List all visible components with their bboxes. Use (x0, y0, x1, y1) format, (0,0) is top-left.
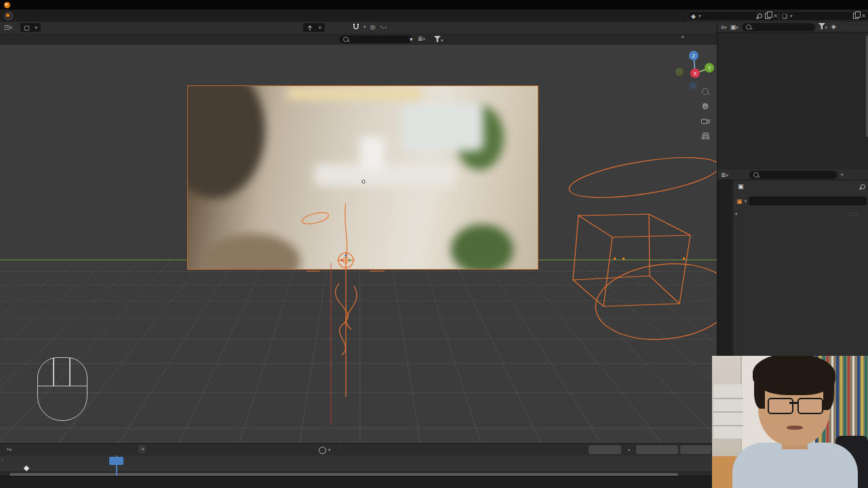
search-icon (753, 172, 759, 178)
webcam-person-mouth (787, 426, 803, 430)
options-dropdown[interactable]: ▾ (679, 35, 684, 40)
editor-type-icon[interactable]: ◳▾ (4, 24, 12, 30)
webcam-glasses (797, 398, 823, 414)
chevron-down-icon[interactable]: ▾ (841, 172, 844, 178)
blender-logo-icon (4, 2, 10, 8)
svg-text:Z: Z (692, 54, 696, 58)
mode-dropdown[interactable]: ▢ ▾ (20, 23, 41, 32)
axis-neg-z[interactable] (690, 82, 697, 89)
chevron-down-icon[interactable]: ▾ (410, 36, 413, 43)
viewport-search-input[interactable] (339, 35, 412, 43)
blender-window: { "titlebar": { "app": "Blender", "windo… (0, 0, 868, 488)
transform-orientation-dropdown[interactable]: ▾ (303, 23, 325, 32)
axis-neg-y[interactable] (675, 68, 684, 76)
outliner-panel: ≡▾ ▣▾ ▾ ❖ (717, 22, 868, 170)
viewport-3d[interactable]: Z Y X (0, 45, 717, 443)
zoom-icon[interactable] (701, 87, 710, 96)
navigation-gizmo[interactable]: Z Y X (675, 47, 717, 89)
object-name-field[interactable] (749, 197, 867, 205)
tool-settings-bar: ▾ ≣▾ ▾ ▾ (0, 33, 717, 45)
chevron-down-icon[interactable]: ▾ (745, 199, 747, 204)
viewlayer-selector[interactable]: ❏▾ ✕ (778, 11, 868, 21)
copy-icon[interactable] (853, 13, 859, 19)
tree-display-icon[interactable]: ≣▾ (418, 35, 425, 42)
search-icon (343, 37, 349, 42)
auto-keying-clock-icon[interactable]: ◔ (138, 445, 146, 453)
use-preview-range-icon[interactable]: ◔ (627, 447, 630, 453)
end-frame-field[interactable] (680, 445, 711, 454)
mode-icon: ▢ (24, 24, 30, 31)
snapping-group: ▾ ◎ ∿▾ (353, 23, 387, 30)
record-auto-key-button[interactable] (319, 447, 326, 454)
object-name-row: ▣ ▾ (736, 197, 867, 205)
pin-icon[interactable] (757, 13, 764, 20)
proportional-edit-icon[interactable]: ◎ (370, 24, 376, 30)
breadcrumb: ▣ (738, 183, 865, 190)
properties-panel: ≣▾ ▾ ▣ ▣ ▾ ▾ :::: (717, 169, 868, 359)
object-icon: ▣ (738, 183, 744, 190)
pin-icon[interactable] (860, 183, 865, 190)
chevron-down-icon: ▾ (698, 14, 701, 19)
copy-icon[interactable] (765, 13, 770, 19)
window-controls (861, 0, 865, 9)
webcam-overlay (712, 356, 868, 488)
chevron-down-icon: ▾ (363, 24, 366, 30)
transform-panel-header[interactable]: ▾ :::: (735, 211, 741, 217)
chevron-down-icon: ▾ (35, 25, 38, 30)
outliner-header: ≡▾ ▣▾ ▾ ❖ (717, 22, 868, 33)
editor-type-icon[interactable]: ◔▾ (5, 446, 12, 453)
chevron-down-icon: ▾ (790, 14, 793, 19)
viewport-header: ◳▾ ▢ ▾ ▾ ▾ ◎ ∿▾ (0, 22, 717, 34)
editor-type-icon[interactable]: ≣▾ (721, 171, 728, 178)
scene-icon: ◆ (691, 13, 696, 20)
filter-id-icon[interactable]: ▣▾ (730, 24, 738, 30)
perspective-toggle-icon[interactable] (701, 131, 710, 140)
chevron-down-icon[interactable]: ▾ (328, 447, 331, 453)
viewlayer-icon: ❏ (782, 13, 787, 20)
outliner-search-input[interactable] (742, 23, 815, 31)
webcam-glasses (789, 402, 799, 404)
svg-text:Y: Y (708, 66, 711, 70)
pan-hand-icon[interactable] (701, 102, 710, 110)
os-titlebar (0, 0, 868, 9)
display-mode-icon[interactable]: ≡▾ (721, 24, 727, 30)
start-frame-field[interactable] (636, 445, 678, 454)
screencast-mouse-overlay (37, 357, 87, 421)
webcam-person-shirt (732, 443, 858, 488)
orientation-icon (307, 24, 313, 31)
unlink-icon[interactable]: ✕ (773, 13, 778, 19)
chevron-down-icon: ▾ (319, 25, 321, 30)
viewport-nav-buttons (701, 87, 710, 140)
playback-transport (338, 445, 340, 447)
webcam-drawers (713, 384, 743, 439)
chevron-down-icon: ▾ (735, 211, 738, 217)
camera-view-icon[interactable] (701, 117, 710, 125)
filter-funnel-icon[interactable]: ▾ (434, 36, 443, 43)
search-icon (746, 24, 751, 30)
proportional-falloff-icon[interactable]: ∿▾ (379, 24, 387, 30)
properties-search-input[interactable] (749, 171, 837, 179)
channel-expand-arrow[interactable]: › (1, 458, 3, 464)
svg-text:X: X (694, 71, 697, 76)
current-frame-badge[interactable] (109, 457, 123, 465)
remove-icon[interactable]: ✕ (861, 13, 866, 19)
object-icon: ▣ (736, 198, 743, 205)
topbar: ◆▾ ✕ ❏▾ ✕ (0, 9, 868, 22)
webcam-person-hair (754, 383, 765, 409)
filter-funnel-icon[interactable]: ▾ (818, 23, 828, 30)
scene-selector[interactable]: ◆▾ ✕ (688, 11, 781, 21)
properties-tab-column (717, 180, 733, 359)
scene-wireframes (0, 45, 717, 443)
chevron-down-icon: ▾ (682, 35, 684, 40)
blender-menu-icon[interactable] (4, 12, 13, 20)
properties-header: ≣▾ ▾ (717, 169, 868, 180)
new-collection-icon[interactable]: ❖ (831, 24, 836, 30)
panel-drag-handle[interactable]: :::: (849, 211, 859, 218)
magnet-icon[interactable] (353, 23, 359, 30)
webcam-glasses (768, 398, 793, 414)
current-frame-field[interactable] (589, 445, 621, 454)
